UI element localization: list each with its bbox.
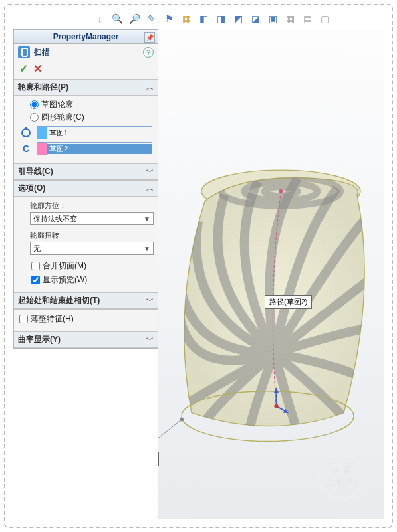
twist-combo[interactable]: 无 ▼ — [30, 242, 154, 255]
orientation-value: 保持法线不变 — [33, 214, 77, 224]
toolbar-grid-icon[interactable]: ▦ — [283, 12, 297, 25]
chevron-up-icon: ︿ — [146, 183, 154, 193]
profile-swatch — [37, 127, 47, 139]
section-label: 起始处和结束处相切(T) — [18, 295, 100, 306]
ok-cancel-row: ✓ ✕ — [14, 61, 158, 79]
pm-title: PropertyManager — [53, 32, 119, 41]
radio-circle-label: 圆形轮廓(C) — [41, 112, 84, 123]
path-callout-label: 路径(草图2) — [269, 298, 307, 306]
chevron-down-icon: ▼ — [144, 245, 150, 252]
section-guide-curves[interactable]: 引导线(C) ﹀ — [14, 163, 158, 180]
toolbar-box1-icon[interactable]: ◧ — [197, 12, 210, 25]
watermark: 小 國 工程师 — [319, 454, 365, 500]
toolbar-box5-icon[interactable]: ▣ — [266, 12, 279, 25]
svg-line-14 — [158, 420, 182, 446]
cancel-button[interactable]: ✕ — [33, 62, 42, 75]
toolbar-monitor-icon[interactable]: ▢ — [318, 12, 331, 25]
merge-tangent-checkbox[interactable] — [31, 262, 40, 270]
section-curvature-display[interactable]: 曲率显示(Y) ﹀ — [14, 331, 158, 348]
path-selection-row: C 草图2 — [19, 142, 152, 155]
ok-button[interactable]: ✓ — [19, 62, 28, 75]
thin-feature-label: 薄壁特征(H) — [31, 313, 74, 325]
toolbar-box4-icon[interactable]: ◪ — [249, 12, 262, 25]
section-label: 曲率显示(Y) — [18, 334, 61, 345]
toolbar-lock-icon[interactable]: ▤ — [301, 12, 314, 25]
radio-circle-input[interactable] — [30, 113, 39, 122]
feature-title-row: 扫描 ? — [14, 44, 158, 61]
orientation-label: 轮廓方位： — [30, 199, 154, 212]
show-preview-row[interactable]: 显示预览(W) — [30, 273, 154, 287]
toolbar-layers-icon[interactable]: ▦ — [180, 12, 193, 25]
chevron-up-icon: ︿ — [146, 82, 154, 92]
section-label: 选项(O) — [18, 183, 45, 194]
toolbar-zoom-icon[interactable]: 🔍 — [110, 12, 124, 25]
thin-feature-checkbox[interactable] — [19, 315, 28, 323]
toolbar-box3-icon[interactable]: ◩ — [231, 12, 245, 25]
section-start-end-tangency[interactable]: 起始处和结束处相切(T) ﹀ — [14, 292, 158, 309]
chevron-down-icon: ▼ — [144, 215, 150, 222]
watermark-bottom: 工程师 — [326, 476, 358, 489]
svg-point-15 — [180, 418, 184, 422]
twist-label: 轮廓扭转 — [30, 229, 154, 242]
feature-title: 扫描 — [34, 47, 139, 58]
radio-sketch-profile[interactable]: 草图轮廓 — [18, 98, 154, 111]
profile-selection-row: 草图1 — [19, 126, 152, 139]
help-icon[interactable]: ? — [143, 47, 154, 58]
profile-icon — [19, 126, 33, 139]
toolbar-box2-icon[interactable]: ◨ — [214, 12, 227, 25]
path-callout: 路径(草图2) — [265, 295, 312, 309]
section-label: 引导线(C) — [18, 166, 53, 177]
svg-point-13 — [274, 404, 278, 408]
merge-tangent-row[interactable]: 合并切面(M) — [30, 259, 154, 273]
svg-point-0 — [22, 129, 30, 137]
merge-tangent-label: 合并切面(M) — [43, 260, 86, 272]
section-label: 轮廓和路径(P) — [18, 82, 68, 93]
path-value: 草图2 — [47, 144, 152, 154]
radio-circle-profile[interactable]: 圆形轮廓(C) — [18, 111, 154, 124]
thin-feature-row[interactable]: 薄壁特征(H) — [18, 312, 154, 326]
svg-point-7 — [279, 189, 283, 193]
twist-value: 无 — [33, 244, 41, 254]
toolbar-search-icon[interactable]: 🔎 — [128, 12, 141, 25]
pm-header: PropertyManager 📌 — [14, 30, 158, 44]
chevron-down-icon: ﹀ — [146, 296, 154, 306]
orientation-combo[interactable]: 保持法线不变 ▼ — [30, 212, 154, 225]
swept-body-preview — [158, 29, 384, 519]
profile-value: 草图1 — [47, 128, 152, 138]
sweep-icon — [18, 46, 30, 58]
toolbar-flag-icon[interactable]: ⚑ — [162, 12, 176, 25]
chevron-down-icon: ﹀ — [146, 167, 154, 177]
show-preview-checkbox[interactable] — [31, 276, 40, 284]
toolbar-arrow-icon[interactable]: ↓ — [93, 12, 106, 25]
section-profile-path[interactable]: 轮廓和路径(P) ︿ — [14, 79, 158, 96]
path-selection-box[interactable]: 草图2 — [37, 142, 152, 155]
property-manager-panel: PropertyManager 📌 扫描 ? ✓ ✕ 轮廓和路径(P) ︿ 草图… — [13, 29, 158, 349]
radio-sketch-label: 草图轮廓 — [41, 99, 73, 110]
show-preview-label: 显示预览(W) — [43, 274, 87, 286]
radio-sketch-input[interactable] — [30, 100, 39, 109]
toolbar-wand-icon[interactable]: ✎ — [145, 12, 158, 25]
path-swatch — [37, 143, 47, 155]
chevron-down-icon: ﹀ — [146, 335, 154, 345]
profile-selection-box[interactable]: 草图1 — [37, 126, 152, 139]
profile-callout: 轮廓(草图1) — [158, 452, 159, 466]
path-icon: C — [19, 142, 33, 155]
pin-icon[interactable]: 📌 — [144, 32, 155, 43]
graphics-viewport[interactable]: 路径(草图2) 轮廓(草图1) 小 國 工程师 — [158, 29, 384, 519]
section-options[interactable]: 选项(O) ︿ — [14, 180, 158, 197]
heads-up-toolbar: ↓ 🔍 🔎 ✎ ⚑ ▦ ◧ ◨ ◩ ◪ ▣ ▦ ▤ ▢ — [93, 12, 331, 25]
watermark-top: 小 國 — [332, 464, 350, 476]
